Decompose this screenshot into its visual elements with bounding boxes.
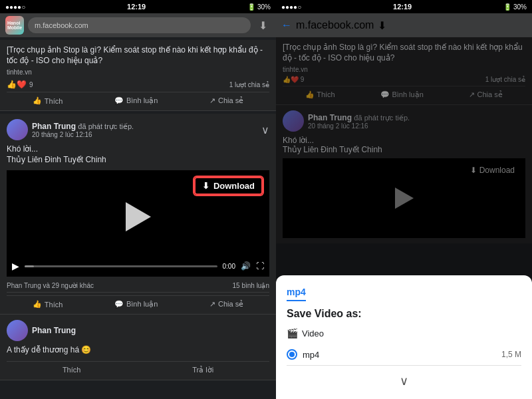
play-pause-icon[interactable]: ▶ (12, 261, 19, 271)
share-icon: ↗ (209, 96, 215, 105)
right-browser-bar: ← m.facebook.com ⬇ (276, 13, 532, 37)
like-emoji: 👍❤️ (7, 80, 27, 89)
battery-pct: 30% (257, 3, 271, 11)
post2-like-label: Thích (63, 366, 81, 374)
post2-text: A thấy dễ thương há 😊 (7, 345, 269, 356)
share-count: 1 lượt chia sẻ (229, 81, 269, 88)
right-battery-pct: 30% (513, 3, 527, 11)
radio-inner (289, 352, 295, 357)
dialog-section-text: Video (302, 329, 324, 338)
mp4-option[interactable]: mp4 1,5 M (287, 344, 521, 366)
post-card: Phan Trung đã phát trực tiếp. 20 tháng 2… (0, 114, 276, 315)
post-comment-label: Bình luận (126, 300, 158, 309)
like-label: Thích (45, 97, 63, 105)
post-share-btn[interactable]: ↗ Chia sẻ (209, 300, 243, 309)
video-controls: ▶ 0:00 🔊 ⛶ (7, 255, 269, 277)
video-time: 0:00 (223, 263, 235, 270)
post-comment-btn[interactable]: 💬 Bình luận (114, 300, 158, 309)
post-text-line1: Khó lời... (7, 144, 269, 155)
share-label: Chia sẻ (218, 96, 243, 105)
post-like-icon: 👍 (33, 300, 42, 309)
post-action-row: 👍 Thích 💬 Bình luận ↗ Chia sẻ (7, 295, 269, 309)
post-comments: 15 bình luận (233, 282, 270, 289)
save-video-dialog: mp4 Save Video as: 🎬 Video mp4 1,5 M ∨ (276, 275, 532, 399)
video-player[interactable]: ⬇ Download ▶ 0:00 🔊 ⛶ (7, 170, 269, 277)
left-signal-icons: ●●●●○ (5, 3, 25, 11)
post-share-icon: ↗ (209, 300, 215, 309)
post-more-icon[interactable]: ∨ (261, 124, 269, 136)
right-url-bar[interactable]: m.facebook.com (296, 19, 374, 31)
post2-meta: Phan Trung (32, 326, 269, 335)
left-time: 12:19 (127, 3, 146, 11)
post-share-label: Chia sẻ (218, 300, 243, 309)
post-text: Khó lời... Thủy Liên Đinh Tuyết Chinh (7, 144, 269, 165)
post-time: 20 tháng 2 lúc 12:16 (32, 131, 257, 138)
post-likes: Phan Trung và 29 người khác (7, 282, 94, 289)
post-comment-icon: 💬 (114, 300, 124, 309)
author-name: Phan Trung (32, 122, 76, 131)
left-url-bar[interactable]: m.facebook.com (28, 17, 251, 33)
comment-label: Bình luận (126, 96, 158, 105)
right-signal-dots: ●●●●○ (281, 3, 301, 11)
progress-bar[interactable] (25, 265, 217, 267)
dialog-tab[interactable]: mp4 (287, 287, 306, 301)
article-title: [Trọc chụp ảnh Stop là gì? Kiểm soát sto… (7, 45, 269, 66)
fullscreen-icon[interactable]: ⛶ (256, 261, 264, 271)
right-signal-icons: ●●●●○ (281, 3, 301, 11)
left-url-text: m.facebook.com (35, 21, 88, 29)
logo-text: HanoiMobile (7, 21, 22, 30)
post-like-btn[interactable]: 👍 Thích (33, 300, 63, 309)
dialog-arrow[interactable]: ∨ (287, 366, 521, 388)
article-card: [Trọc chụp ảnh Stop là gì? Kiểm soát sto… (0, 40, 276, 111)
post-header: Phan Trung đã phát trực tiếp. 20 tháng 2… (7, 119, 269, 140)
post-author: Phan Trung đã phát trực tiếp. (32, 122, 257, 131)
play-button[interactable] (126, 202, 151, 231)
video-section-icon: 🎬 (287, 328, 298, 338)
dialog-title: Save Video as: (287, 308, 521, 320)
signal-dots: ●●●●○ (5, 3, 25, 11)
article-like-btn[interactable]: 👍 Thích (33, 96, 63, 105)
post2-like-btn[interactable]: Thích (63, 366, 81, 374)
download-button[interactable]: ⬇ Download (194, 177, 263, 195)
post2-reply-btn[interactable]: Trả lời (192, 366, 213, 374)
article-source: tinhte.vn (7, 68, 269, 76)
download-arrow-icon: ⬇ (202, 181, 209, 191)
right-browser-download-icon[interactable]: ⬇ (378, 19, 386, 32)
left-panel: ●●●●○ 12:19 🔋 30% HanoiMobile m.facebook… (0, 0, 276, 399)
article-action-row: 👍 Thích 💬 Bình luận ↗ Chia sẻ (7, 92, 269, 105)
post-text-line2: Thủy Liên Đinh Tuyết Chinh (7, 155, 269, 166)
radio-label: mp4 (303, 350, 319, 360)
right-content-area: [Trọc chụp ảnh Stop là gì? Kiểm soát sto… (276, 37, 532, 399)
progress-filled (25, 265, 34, 267)
chevron-down-icon: ∨ (400, 374, 408, 388)
post2-author: Phan Trung (32, 326, 269, 335)
reaction-row: 👍❤️ 9 1 lượt chia sẻ (7, 80, 269, 89)
radio-left: mp4 (287, 349, 319, 360)
right-time: 12:19 (393, 3, 412, 11)
post2-header: Phan Trung (7, 320, 269, 341)
left-battery-icons: 🔋 30% (247, 3, 271, 11)
post-footer: Phan Trung và 29 người khác 15 bình luận (7, 279, 269, 293)
reactions: 👍❤️ 9 (7, 80, 33, 89)
left-status-bar: ●●●●○ 12:19 🔋 30% (0, 0, 276, 13)
comment-icon: 💬 (114, 96, 124, 105)
article-comment-btn[interactable]: 💬 Bình luận (114, 96, 158, 105)
right-status-bar: ●●●●○ 12:19 🔋 30% (276, 0, 532, 13)
left-browser-download-icon[interactable]: ⬇ (255, 17, 271, 33)
left-fb-content: [Trọc chụp ảnh Stop là gì? Kiểm soát sto… (0, 37, 276, 399)
article-share-btn[interactable]: ↗ Chia sẻ (209, 96, 243, 105)
back-button[interactable]: ← (281, 19, 292, 31)
volume-icon[interactable]: 🔊 (241, 261, 251, 271)
right-url-text: m.facebook.com (296, 19, 374, 31)
right-battery-icons: 🔋 30% (503, 3, 527, 11)
left-browser-bar: HanoiMobile m.facebook.com ⬇ (0, 13, 276, 37)
post2-reply-label: Trả lời (192, 366, 213, 374)
reaction-count: 9 (29, 81, 33, 88)
author-avatar (7, 119, 28, 140)
right-battery-icon: 🔋 (503, 3, 511, 11)
download-label: Download (213, 181, 255, 191)
radio-size: 1,5 M (501, 350, 521, 359)
right-panel: ●●●●○ 12:19 🔋 30% ← m.facebook.com ⬇ [Tr… (276, 0, 532, 399)
like-icon: 👍 (33, 96, 42, 105)
post2-action-row: Thích Trả lời (7, 361, 269, 374)
